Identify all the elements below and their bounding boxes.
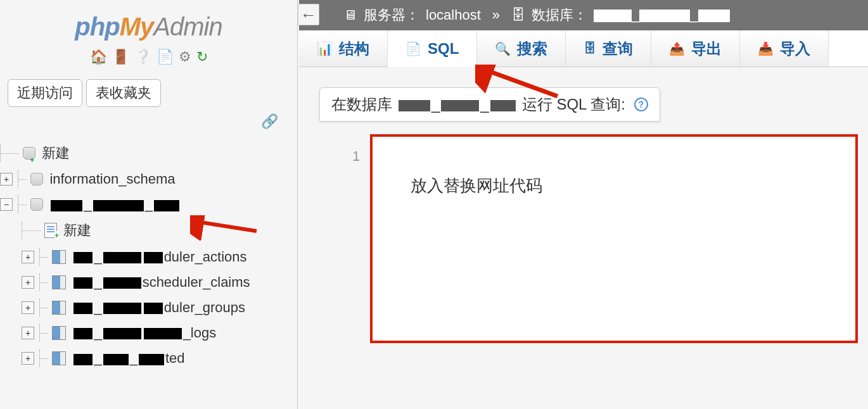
nav-tree: 新建 + information_schema − __ 新建 (0, 136, 297, 377)
tab-search-label: 搜索 (517, 39, 547, 59)
expand-icon[interactable]: + (22, 327, 34, 339)
tree-db-current[interactable]: − __ (0, 192, 291, 217)
import-icon: 📥 (758, 41, 774, 56)
structure-icon: 📊 (317, 41, 333, 56)
tree-table-3[interactable]: + _duler_groups (0, 295, 291, 320)
redacted-text (399, 100, 430, 111)
tab-sql-label: SQL (428, 40, 459, 58)
tree-table-2[interactable]: + _scheduler_claims (0, 270, 291, 295)
table-icon (52, 351, 66, 365)
expand-icon[interactable]: + (22, 352, 34, 365)
redacted-text (73, 354, 93, 365)
table-icon (52, 275, 66, 289)
table-icon (52, 301, 66, 315)
redacted-text (490, 100, 516, 111)
table-2-label: _scheduler_claims (72, 274, 250, 290)
link-icon[interactable]: 🔗 (261, 113, 278, 129)
t3-suffix: duler_groups (164, 299, 245, 315)
tab-structure[interactable]: 📊 结构 (299, 30, 388, 66)
home-icon[interactable]: 🏠 (90, 49, 107, 65)
collapse-icon[interactable]: − (0, 198, 13, 211)
editor-placeholder: 放入替换网址代码 (373, 137, 855, 235)
tab-structure-label: 结构 (339, 39, 369, 59)
new-db-icon (23, 147, 35, 160)
bc-db-label: 数据库： (532, 6, 587, 25)
table-icon (52, 326, 66, 340)
search-icon: 🔍 (495, 41, 511, 56)
reload-icon[interactable]: ↻ (196, 49, 208, 65)
logo-area: phpMyAdmin 🏠 🚪 ❔ 📄 ⚙ ↻ (0, 0, 297, 72)
redacted-text (144, 303, 163, 314)
redacted-text (698, 9, 730, 22)
sidebar: phpMyAdmin 🏠 🚪 ❔ 📄 ⚙ ↻ 近期访问 表收藏夹 🔗 新建 + (0, 0, 298, 409)
table-icon (52, 250, 66, 264)
redacted-text (154, 200, 179, 211)
help-icon[interactable]: ? (634, 98, 648, 111)
db1-label: information_schema (49, 171, 175, 187)
panel-suffix: 运行 SQL 查询: (522, 94, 625, 115)
expand-icon[interactable]: + (22, 251, 34, 263)
redacted-text (144, 252, 163, 263)
docs-icon[interactable]: 📄 (156, 49, 174, 65)
expand-icon[interactable]: + (22, 276, 34, 289)
tab-search[interactable]: 🔍 搜索 (477, 30, 566, 66)
tree-table-4[interactable]: + __logs (0, 320, 291, 346)
bc-server-value[interactable]: localhost (426, 7, 481, 23)
redacted-text (139, 354, 164, 365)
table-3-label: _duler_groups (72, 299, 245, 315)
recent-tab[interactable]: 近期访问 (8, 79, 82, 107)
logo-admin: Admin (153, 13, 222, 41)
bc-separator: » (492, 7, 500, 23)
redacted-text (639, 9, 690, 22)
tab-export[interactable]: 📤 导出 (651, 30, 740, 66)
tab-query-label: 查询 (603, 39, 633, 59)
expand-icon[interactable]: + (22, 301, 34, 314)
redacted-text (103, 252, 141, 263)
redacted-text (73, 303, 93, 314)
panel-header: 在数据库 __ 运行 SQL 查询: ? (319, 87, 660, 122)
t5-suffix: ted (165, 350, 185, 366)
database-icon: 🗄 (511, 7, 525, 23)
tree-table-1[interactable]: + _duler_actions (0, 244, 291, 269)
table-4-label: __logs (72, 325, 216, 341)
breadcrumb: 🖥 服务器： localhost » 🗄 数据库： __ (299, 0, 868, 30)
back-button[interactable]: ← (298, 4, 319, 25)
help-icon[interactable]: ❔ (134, 49, 151, 65)
redacted-text (103, 328, 141, 339)
db2-label: __ (49, 196, 181, 212)
exit-icon[interactable]: 🚪 (112, 49, 129, 65)
table-1-label: _duler_actions (72, 249, 246, 265)
server-icon: 🖥 (343, 7, 357, 23)
redacted-text (103, 277, 141, 289)
database-icon (30, 173, 43, 186)
sql-panel: 在数据库 __ 运行 SQL 查询: ? 1 放入替换网址代码 (299, 67, 868, 343)
tree-table-5[interactable]: + __ted (0, 346, 291, 371)
tree-db2-new[interactable]: 新建 (0, 217, 291, 244)
main-content: ← 🖥 服务器： localhost » 🗄 数据库： __ 📊 结构 📄 SQ… (299, 0, 868, 409)
bc-db-value[interactable]: __ (594, 7, 730, 23)
tab-sql[interactable]: 📄 SQL (388, 31, 477, 67)
tree-db-information-schema[interactable]: + information_schema (0, 167, 291, 192)
sidebar-toolbar: 🏠 🚪 ❔ 📄 ⚙ ↻ (6, 49, 291, 65)
new-table-icon (44, 223, 57, 238)
sql-editor[interactable]: 放入替换网址代码 (370, 134, 858, 343)
bc-server-label: 服务器： (364, 6, 419, 25)
t4-suffix: _logs (183, 325, 217, 341)
expand-icon[interactable]: + (0, 173, 13, 186)
database-icon (30, 198, 43, 211)
gear-icon[interactable]: ⚙ (179, 49, 191, 65)
tree-new-label: 新建 (42, 145, 70, 161)
redacted-text (144, 328, 182, 339)
tab-import[interactable]: 📥 导入 (740, 30, 829, 66)
line-number: 1 (352, 148, 360, 165)
panel-prefix: 在数据库 (331, 94, 392, 115)
redacted-text (441, 100, 479, 111)
redacted-text (93, 200, 144, 211)
tree-new[interactable]: 新建 (0, 140, 291, 167)
table-5-label: __ted (72, 350, 184, 366)
redacted-text (73, 328, 93, 339)
panel-db-name: __ (397, 96, 517, 113)
redacted-text (51, 200, 82, 211)
favorites-tab[interactable]: 表收藏夹 (86, 79, 161, 107)
tab-query[interactable]: 🗄 查询 (566, 30, 651, 66)
